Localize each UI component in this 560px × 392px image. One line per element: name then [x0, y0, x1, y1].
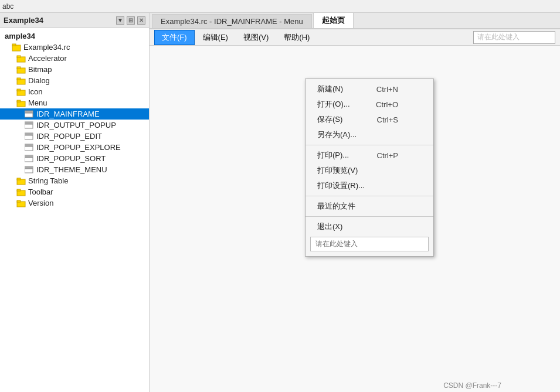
- folder-icon-menu: [16, 99, 26, 107]
- dropdown-item-print-setup[interactable]: 打印设置(R)...: [306, 178, 433, 193]
- svg-rect-19: [25, 133, 33, 135]
- menu-resource-icon-5: [25, 155, 34, 163]
- menu-resource-icon: [25, 110, 34, 118]
- tree-item-rc[interactable]: Example34.rc: [0, 42, 149, 53]
- tree-item-idr-popup-edit-label: IDR_POPUP_EDIT: [36, 132, 102, 141]
- tree-item-menu[interactable]: Menu: [0, 97, 149, 108]
- folder-icon-icon: [16, 88, 26, 96]
- tree-item-version[interactable]: Version: [0, 197, 149, 209]
- left-panel-title: Example34: [4, 16, 43, 25]
- dropdown-item-recent[interactable]: 最近的文件: [306, 199, 433, 214]
- tree-item-icon-label: Icon: [28, 87, 43, 96]
- tree-item-idr-popup-explore-label: IDR_POPUP_EXPLORE: [36, 143, 121, 152]
- dropdown-item-save-label: 保存(S): [317, 114, 342, 125]
- editor-search-placeholder: 请在此处键入: [477, 32, 520, 42]
- pin-button[interactable]: ▼: [116, 16, 124, 25]
- file-icon: [12, 43, 21, 52]
- svg-rect-16: [25, 122, 33, 124]
- svg-rect-28: [25, 166, 33, 169]
- svg-rect-25: [25, 155, 33, 158]
- tree-item-version-label: Version: [28, 199, 53, 207]
- menu-help[interactable]: 帮助(H): [277, 30, 317, 45]
- tab-editor-title: Example34.rc - IDR_MAINFRAME - Menu: [152, 14, 312, 28]
- dropdown-item-new[interactable]: 新建(N) Ctrl+N: [306, 81, 433, 97]
- tree-item-idr-theme-menu[interactable]: IDR_THEME_MENU: [0, 164, 149, 175]
- close-panel-button[interactable]: ✕: [137, 16, 145, 25]
- left-panel-buttons: ▼ ⊞ ✕: [116, 16, 145, 25]
- tree-item-idr-popup-sort-label: IDR_POPUP_SORT: [36, 154, 106, 163]
- dropdown-item-print-preview-label: 打印预览(V): [317, 165, 358, 176]
- dropdown-item-saveas[interactable]: 另存为(A)...: [306, 127, 433, 142]
- editor-content: 新建(N) Ctrl+N 打开(O)... Ctrl+O 保存(S) Ctrl+…: [150, 46, 560, 392]
- dropdown-item-open-label: 打开(O)...: [317, 99, 350, 110]
- tree-item-menu-label: Menu: [28, 98, 47, 107]
- tree-item-idr-mainframe-label: IDR_MAINFRAME: [36, 110, 100, 118]
- tree-view: ample34 Example34.rc: [0, 28, 149, 392]
- folder-icon-string-table: [16, 177, 26, 185]
- menu-view[interactable]: 视图(V): [236, 30, 276, 45]
- folder-icon-dialog: [16, 77, 26, 85]
- tree-item-idr-popup-sort[interactable]: IDR_POPUP_SORT: [0, 153, 149, 164]
- tab-bar: Example34.rc - IDR_MAINFRAME - Menu 起始页: [150, 13, 560, 29]
- menu-resource-icon-4: [25, 144, 34, 152]
- folder-icon-accelerator: [16, 54, 26, 63]
- tree-item-idr-popup-explore[interactable]: IDR_POPUP_EXPLORE: [0, 142, 149, 153]
- svg-rect-31: [17, 178, 21, 180]
- dropdown-item-print-shortcut: Ctrl+P: [377, 151, 398, 160]
- editor-search-box[interactable]: 请在此处键入: [473, 31, 555, 44]
- dropdown-item-print-preview[interactable]: 打印预览(V): [306, 163, 433, 178]
- menu-editor-header: 文件(F) 编辑(E) 视图(V) 帮助(H) 请在此处键入: [150, 29, 560, 46]
- folder-icon-bitmap: [16, 66, 26, 74]
- dropdown-item-save[interactable]: 保存(S) Ctrl+S: [306, 112, 433, 127]
- tab-start-page[interactable]: 起始页: [313, 12, 354, 28]
- menu-edit-label: 编辑(E): [203, 33, 228, 42]
- menu-file-label: 文件(F): [162, 33, 187, 42]
- top-bar-label: abc: [2, 2, 13, 11]
- top-bar: abc: [0, 0, 560, 13]
- svg-rect-22: [25, 144, 33, 146]
- svg-rect-9: [17, 89, 21, 91]
- tree-item-string-table-label: String Table: [28, 176, 68, 185]
- menu-file[interactable]: 文件(F): [154, 30, 195, 45]
- dropdown-separator-3: [306, 216, 433, 217]
- dropdown-item-saveas-label: 另存为(A)...: [317, 129, 357, 140]
- svg-rect-11: [17, 100, 21, 102]
- tree-item-idr-popup-edit[interactable]: IDR_POPUP_EDIT: [0, 131, 149, 142]
- dropdown-input-placeholder[interactable]: 请在此处键入: [310, 237, 429, 251]
- right-panel: Example34.rc - IDR_MAINFRAME - Menu 起始页 …: [150, 13, 560, 392]
- menu-help-label: 帮助(H): [284, 33, 310, 42]
- dropdown-item-new-shortcut: Ctrl+N: [376, 85, 398, 94]
- folder-icon-version: [16, 199, 26, 207]
- tree-item-toolbar-label: Toolbar: [28, 188, 53, 196]
- tree-item-bitmap[interactable]: Bitmap: [0, 64, 149, 75]
- tree-item-icon[interactable]: Icon: [0, 86, 149, 97]
- menu-resource-icon-6: [25, 166, 34, 174]
- tab-editor-title-text: Example34.rc - IDR_MAINFRAME - Menu: [161, 17, 303, 26]
- tree-item-idr-output-popup-label: IDR_OUTPUT_POPUP: [36, 121, 116, 129]
- svg-rect-5: [17, 67, 21, 69]
- tree-item-accelerator-label: Accelerator: [28, 54, 67, 63]
- menu-edit[interactable]: 编辑(E): [196, 30, 235, 45]
- tree-item-string-table[interactable]: String Table: [0, 175, 149, 186]
- svg-rect-33: [17, 189, 21, 191]
- tree-item-accelerator[interactable]: Accelerator: [0, 53, 149, 64]
- tab-start-page-label: 起始页: [322, 16, 345, 25]
- tree-item-bitmap-label: Bitmap: [28, 65, 52, 74]
- dropdown-item-recent-label: 最近的文件: [317, 201, 355, 212]
- tree-item-dialog-label: Dialog: [28, 76, 50, 85]
- dropdown-item-open-shortcut: Ctrl+O: [376, 100, 398, 109]
- svg-rect-1: [12, 44, 16, 46]
- dropdown-item-exit-label: 退出(X): [317, 221, 342, 232]
- tree-item-dialog[interactable]: Dialog: [0, 75, 149, 86]
- dropdown-item-exit[interactable]: 退出(X): [306, 219, 433, 234]
- tree-root-truncated: ample34: [0, 30, 149, 42]
- dropdown-item-print[interactable]: 打印(P)... Ctrl+P: [306, 148, 433, 163]
- auto-hide-button[interactable]: ⊞: [127, 16, 135, 25]
- tree-item-idr-mainframe[interactable]: IDR_MAINFRAME: [0, 108, 149, 120]
- tree-item-idr-output-popup[interactable]: IDR_OUTPUT_POPUP: [0, 120, 149, 131]
- dropdown-overlay: 新建(N) Ctrl+N 打开(O)... Ctrl+O 保存(S) Ctrl+…: [305, 79, 434, 257]
- tree-item-toolbar[interactable]: Toolbar: [0, 186, 149, 197]
- dropdown-item-open[interactable]: 打开(O)... Ctrl+O: [306, 97, 433, 112]
- dropdown-input-text: 请在此处键入: [315, 239, 358, 249]
- dropdown-separator-1: [306, 145, 433, 145]
